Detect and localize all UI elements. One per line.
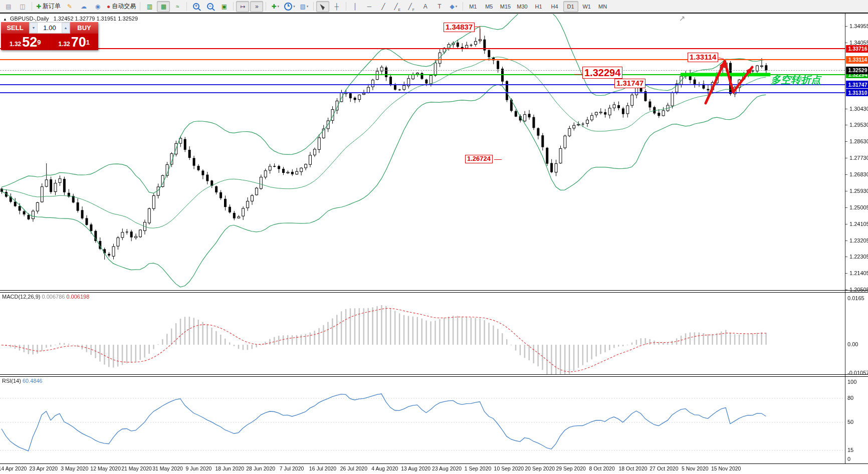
tf-m1[interactable]: M1 <box>466 1 481 12</box>
buy-button[interactable]: BUY <box>70 22 98 34</box>
candlestick-chart-icon[interactable]: ▦ <box>157 1 170 12</box>
signals-icon[interactable]: ◉ <box>91 1 104 12</box>
tf-h4[interactable]: H4 <box>547 1 562 12</box>
tile-windows-icon: ▣ <box>222 4 227 10</box>
price-badge: 1.31310 <box>846 89 868 96</box>
axis-tick-label: 1.25930 <box>849 188 868 194</box>
text-tool: A <box>423 4 427 10</box>
pane-separator <box>0 463 868 464</box>
date-label: 4 Aug 2020 <box>371 465 398 471</box>
bar-chart-icon[interactable]: ▥ <box>143 1 156 12</box>
macd-value-signal: 0.006198 <box>66 294 89 300</box>
crosshair-button[interactable]: ┼ <box>330 1 343 12</box>
templates-button: ▧ <box>300 4 305 10</box>
axis-tick-label: 1.29530 <box>849 122 868 128</box>
tf-m15[interactable]: M15 <box>498 1 513 12</box>
macd-value-main: 0.006786 <box>42 294 65 300</box>
mt4-window: ▤◫✚新订单✎☁◉●自动交易▥▦≈+−▣↦»✚▾▾▧▾┼│─╱╱E╱FAT◆▾M… <box>0 0 868 474</box>
price-annotation[interactable]: 1.31747 <box>614 79 645 88</box>
pane-separator[interactable] <box>0 376 868 377</box>
text-tool[interactable]: A <box>419 1 432 12</box>
date-label: 29 Sep 2020 <box>556 465 586 471</box>
date-label: 8 Oct 2020 <box>589 465 614 471</box>
community-icon[interactable]: ☁ <box>77 1 90 12</box>
zoom-in-icon[interactable]: + <box>189 1 202 12</box>
chart-shift-icon[interactable]: ↦ <box>236 1 249 12</box>
price-annotation[interactable]: 1.26724 <box>465 155 493 163</box>
periods-button[interactable]: ▾ <box>283 1 297 12</box>
label-tool[interactable]: T <box>433 1 446 12</box>
tf-d1[interactable]: D1 <box>563 1 578 12</box>
crayon-icon: ✎ <box>67 4 72 10</box>
zoom-out-icon[interactable]: − <box>203 1 216 12</box>
axis-tick-label: 1.25005 <box>849 204 868 210</box>
axis-tick-label: 1.24105 <box>849 221 868 227</box>
date-label: 21 May 2020 <box>121 465 152 471</box>
tf-m5[interactable]: M5 <box>482 1 497 12</box>
charts-window-icon[interactable]: ▤ <box>2 1 15 12</box>
date-label: 1 Sep 2020 <box>465 465 492 471</box>
tile-windows-icon[interactable]: ▣ <box>218 1 231 12</box>
volume-down-button[interactable]: ▼ <box>30 23 38 33</box>
toolbar-separator <box>140 2 140 11</box>
pane-separator[interactable] <box>0 292 868 293</box>
tf-h1[interactable]: H1 <box>531 1 546 12</box>
zoom-in-icon: + <box>193 3 199 10</box>
tf-mn[interactable]: MN <box>595 1 610 12</box>
date-label: 5 Nov 2020 <box>682 465 709 471</box>
strategy-tester-icon[interactable]: ◫ <box>16 1 29 12</box>
rsi-axis-label: 80 <box>847 395 853 401</box>
chart-shift-icon: ↦ <box>240 4 245 10</box>
macd-label: MACD(12,26,9) <box>2 294 40 300</box>
date-label: 13 Aug 2020 <box>401 465 430 471</box>
shapes-button[interactable]: ◆▾ <box>447 1 460 12</box>
auto-scroll-icon[interactable]: » <box>250 1 263 12</box>
rsi-axis-label: 0 <box>847 456 850 462</box>
autotrading-button[interactable]: ●自动交易 <box>105 1 137 12</box>
shapes-button: ◆ <box>450 4 454 10</box>
toolbar-separator <box>346 2 346 11</box>
vline-tool: │ <box>353 4 357 10</box>
rsi-value: 60.4846 <box>23 378 43 384</box>
templates-button[interactable]: ▧▾ <box>298 1 311 12</box>
sell-button[interactable]: SELL <box>1 22 29 34</box>
collapse-triangle-icon[interactable]: ▲ <box>3 17 7 22</box>
tf-m30[interactable]: M30 <box>514 1 530 12</box>
tf-w1[interactable]: W1 <box>579 1 594 12</box>
chinese-note[interactable]: 多空转折点 <box>771 73 821 87</box>
line-chart-icon[interactable]: ≈ <box>171 1 184 12</box>
date-label: 26 Jul 2020 <box>340 465 367 471</box>
indicators-button[interactable]: ✚▾ <box>269 1 282 12</box>
toolbar-separator <box>233 2 234 11</box>
axis-tick-label: 1.28630 <box>849 138 868 144</box>
price-annotation[interactable]: 1.33114 <box>688 53 718 62</box>
volume-input[interactable]: 1.00 <box>38 23 62 33</box>
macd-axis-label: 0.0165 <box>847 295 864 301</box>
vline-tool[interactable]: │ <box>349 1 362 12</box>
fibonacci-tool[interactable]: ╱F <box>405 1 418 12</box>
sell-price[interactable]: 1.32 52 9 <box>1 34 50 50</box>
cursor-icon <box>320 3 325 10</box>
fibonacci-tool: ╱ <box>408 4 412 10</box>
hline-tool[interactable]: ─ <box>363 1 376 12</box>
price-annotation[interactable]: 1.32294 <box>582 67 622 79</box>
channel-tool[interactable]: ╱E <box>391 1 404 12</box>
drawings-canvas[interactable] <box>0 0 868 474</box>
time-axis[interactable]: 14 Apr 202023 Apr 20203 May 202012 May 2… <box>0 465 868 473</box>
price-annotation[interactable]: 1.34837 <box>444 23 475 32</box>
pane-separator[interactable] <box>0 290 868 291</box>
volume-up-button[interactable]: ▲ <box>62 23 70 33</box>
crayon-icon[interactable]: ✎ <box>63 1 76 12</box>
buy-price[interactable]: 1.32 70 1 <box>50 34 99 50</box>
clock-icon <box>284 3 292 11</box>
axis-tick-label: 1.23205 <box>849 238 868 244</box>
volume-stepper: ▼ 1.00 ▲ <box>29 22 70 34</box>
price-axis-line[interactable] <box>845 14 845 463</box>
price-badge: 1.32529 <box>846 67 868 74</box>
date-label: 18 Oct 2020 <box>618 465 647 471</box>
cursor-button[interactable] <box>316 1 329 12</box>
date-label: 15 Nov 2020 <box>711 465 741 471</box>
pane-separator[interactable] <box>0 374 868 375</box>
trendline-tool[interactable]: ╱ <box>377 1 390 12</box>
new-order-button[interactable]: ✚新订单 <box>35 1 62 12</box>
